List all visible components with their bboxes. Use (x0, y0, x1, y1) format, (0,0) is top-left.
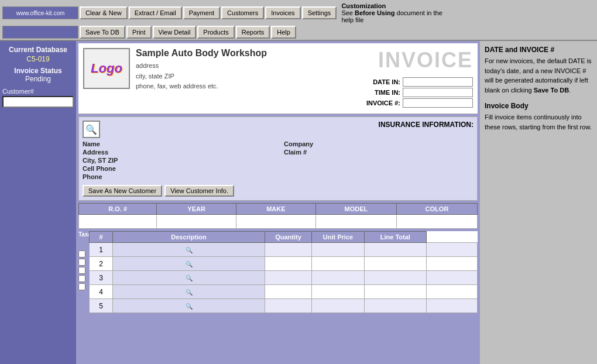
item-desc-3[interactable] (265, 271, 312, 285)
taxable-check-2[interactable] (78, 259, 85, 266)
item-price-5[interactable] (365, 299, 427, 313)
item-desc-5[interactable] (265, 299, 312, 313)
item-price-input-3[interactable] (365, 272, 426, 284)
products-button[interactable]: Products (197, 26, 234, 39)
item-search-icon-4: 🔍 (186, 289, 193, 296)
current-db-value: C5-019 (2, 55, 74, 63)
item-qty-3[interactable] (312, 271, 365, 285)
taxable-check-3[interactable] (78, 267, 85, 274)
taxable-check-4[interactable] (78, 275, 85, 282)
vehicle-make-input[interactable] (236, 215, 315, 228)
print-button[interactable]: Print (126, 26, 152, 39)
item-total-5[interactable] (426, 299, 477, 313)
item-qty-2[interactable] (312, 257, 365, 271)
item-price-2[interactable] (365, 257, 427, 271)
item-price-input-2[interactable] (365, 257, 426, 270)
vehicle-model-input[interactable] (316, 215, 396, 228)
settings-button[interactable]: Settings (302, 6, 337, 19)
item-total-input-2[interactable] (427, 257, 477, 270)
payment-button[interactable]: Payment (183, 6, 220, 19)
item-qty-input-4[interactable] (312, 286, 364, 298)
company-phone: phone, fax, web address etc. (136, 81, 356, 92)
item-icon-1[interactable]: 🔍 (113, 243, 265, 257)
item-total-1[interactable] (426, 243, 477, 257)
insurance-label: INSURANCE INFORMATION: (379, 121, 474, 129)
item-total-input-5[interactable] (427, 300, 477, 313)
item-qty-input-3[interactable] (312, 272, 364, 284)
site-url: www.office-kit.com (16, 10, 65, 16)
view-detail-button[interactable]: View Detail (153, 26, 197, 39)
view-customer-info-button[interactable]: View Customer Info. (164, 185, 234, 197)
item-desc-4[interactable] (265, 285, 312, 299)
item-qty-input-2[interactable] (312, 257, 364, 270)
item-total-input-3[interactable] (427, 272, 477, 284)
item-desc-input-4[interactable] (265, 286, 311, 298)
item-qty-input-5[interactable] (312, 300, 364, 313)
customers-button[interactable]: Customers (221, 6, 264, 19)
item-icon-5[interactable]: 🔍 (113, 299, 265, 313)
item-desc-1[interactable] (265, 243, 312, 257)
item-qty-1[interactable] (312, 243, 365, 257)
item-total-2[interactable] (426, 257, 477, 271)
items-col-num: # (90, 232, 113, 243)
taxable-column: Taxable (78, 231, 88, 290)
time-in-label: TIME IN: (375, 89, 400, 96)
taxable-check-5[interactable] (78, 283, 85, 290)
invoices-button[interactable]: Invoices (265, 6, 300, 19)
item-price-3[interactable] (365, 271, 427, 285)
item-total-3[interactable] (426, 271, 477, 285)
items-table: # Description Quantity Unit Price Line T… (89, 231, 478, 313)
taxable-label: Taxable (78, 231, 88, 238)
item-desc-input-1[interactable] (265, 243, 311, 256)
center-content: Logo Sample Auto Body Workshop address c… (76, 41, 480, 364)
vehicle-color-input[interactable] (397, 215, 477, 228)
item-row-1: 1🔍 (90, 243, 478, 257)
item-desc-input-2[interactable] (265, 257, 311, 270)
item-price-input-4[interactable] (365, 286, 426, 298)
item-icon-4[interactable]: 🔍 (113, 285, 265, 299)
vehicle-col-r-o---: R.O. # (79, 204, 157, 215)
site-logo: www.office-kit.com (2, 6, 78, 19)
date-in-input[interactable] (403, 77, 473, 87)
save-to-db-button[interactable]: Save To DB (80, 26, 125, 39)
item-price-input-5[interactable] (365, 300, 426, 313)
item-desc-input-3[interactable] (265, 272, 311, 284)
item-qty-5[interactable] (312, 299, 365, 313)
item-desc-2[interactable] (265, 257, 312, 271)
right-panel: DATE and INVOICE # For new invoices, the… (480, 41, 597, 364)
reports-button[interactable]: Reports (236, 26, 270, 39)
item-price-1[interactable] (365, 243, 427, 257)
item-total-input-1[interactable] (427, 243, 477, 256)
item-price-input-1[interactable] (365, 243, 426, 256)
save-new-customer-button[interactable]: Save As New Customer (83, 185, 162, 197)
item-total-input-4[interactable] (427, 286, 477, 298)
item-icon-2[interactable]: 🔍 (113, 257, 265, 271)
item-desc-input-5[interactable] (265, 300, 311, 313)
vehicle-table: R.O. #YEARMAKEMODELCOLOR (78, 203, 478, 229)
item-total-4[interactable] (426, 285, 477, 299)
invoice-big-title: INVOICE (356, 48, 473, 73)
cell-label: Cell Phone (83, 165, 272, 172)
invoice-num-input[interactable] (403, 98, 473, 108)
taxable-check-1[interactable] (78, 250, 85, 257)
customer-actions: Save As New Customer View Customer Info. (83, 185, 474, 197)
vehicle-year-input[interactable] (157, 215, 236, 228)
current-db-label: Current Database (2, 46, 74, 54)
invoice-fields: DATE IN: TIME IN: INVOICE #: (356, 77, 473, 108)
item-price-4[interactable] (365, 285, 427, 299)
time-in-input[interactable] (403, 88, 473, 97)
customer-num-input[interactable] (2, 96, 74, 108)
extract-email-button[interactable]: Extract / Email (129, 6, 182, 19)
item-qty-4[interactable] (312, 285, 365, 299)
item-qty-input-1[interactable] (312, 243, 364, 256)
customer-section: 🔍 INSURANCE INFORMATION: Name Address Ci… (78, 116, 478, 201)
help-button[interactable]: Help (271, 26, 296, 39)
date-invoice-title: DATE and INVOICE # (485, 46, 592, 54)
invoice-header: Logo Sample Auto Body Workshop address c… (78, 43, 478, 114)
clear-new-button[interactable]: Clear & New (80, 6, 128, 19)
search-icon: 🔍 (85, 124, 97, 135)
item-icon-3[interactable]: 🔍 (113, 271, 265, 285)
customer-search-button[interactable]: 🔍 (83, 121, 100, 138)
customer-right: Company Claim # (284, 140, 474, 181)
vehicle-ro-input[interactable] (79, 215, 156, 228)
